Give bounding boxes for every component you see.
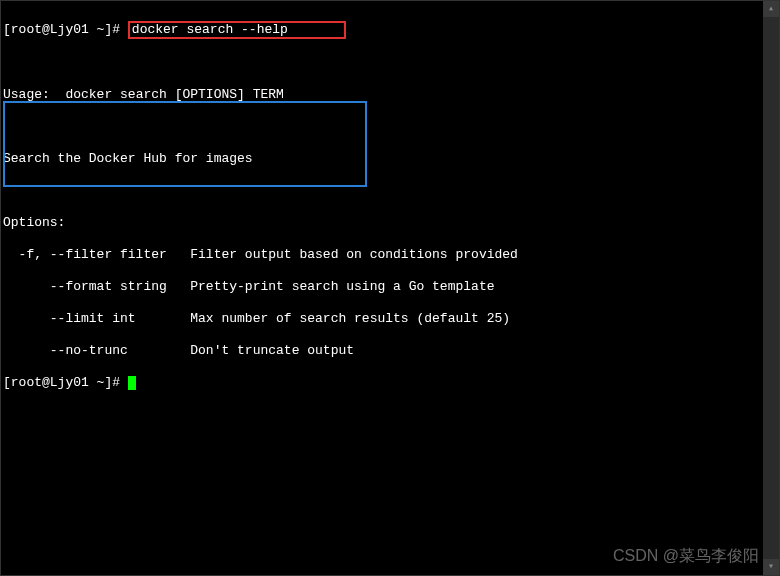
- prompt-user-host: [root@Ljy01 ~]#: [3, 375, 120, 390]
- option-desc: Pretty-print search using a Go template: [167, 279, 495, 294]
- usage-text: docker search [OPTIONS] TERM: [50, 87, 284, 102]
- scrollbar[interactable]: ▴ ▾: [763, 1, 779, 575]
- scroll-down-arrow-icon[interactable]: ▾: [763, 559, 779, 575]
- description-text: Search the Docker Hub for images: [3, 151, 777, 167]
- option-desc: Max number of search results (default 25…: [167, 311, 510, 326]
- command-text: docker search --help: [132, 22, 288, 37]
- scroll-up-arrow-icon[interactable]: ▴: [763, 1, 779, 17]
- cursor-icon: [128, 376, 136, 390]
- usage-label: Usage:: [3, 87, 50, 102]
- watermark-text: CSDN @菜鸟李俊阳: [613, 546, 759, 567]
- option-flag: --limit int: [3, 311, 167, 326]
- option-flag: --format string: [3, 279, 167, 294]
- option-flag: -f, --filter filter: [3, 247, 167, 262]
- command-highlight: docker search --help: [128, 21, 347, 39]
- prompt-user-host: [root@Ljy01 ~]#: [3, 22, 120, 37]
- option-desc: Don't truncate output: [167, 343, 354, 358]
- options-header: Options:: [3, 215, 777, 231]
- option-flag: --no-trunc: [3, 343, 167, 358]
- option-desc: Filter output based on conditions provid…: [167, 247, 518, 262]
- terminal-output[interactable]: [root@Ljy01 ~]# docker search --help Usa…: [1, 1, 779, 411]
